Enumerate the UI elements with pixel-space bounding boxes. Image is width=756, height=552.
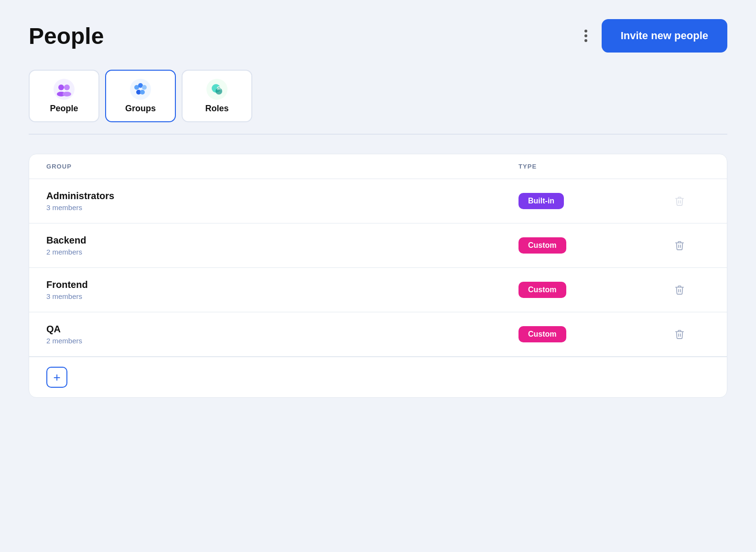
type-badge: Custom xyxy=(518,282,566,298)
group-name: Backend xyxy=(46,235,518,246)
group-members: 3 members xyxy=(46,292,518,300)
page-title: People xyxy=(29,23,104,49)
delete-button[interactable] xyxy=(671,326,688,342)
table-header: GROUP TYPE xyxy=(29,154,727,179)
table-row: QA 2 members Custom xyxy=(29,312,727,357)
tab-section: People Groups Q Roles xyxy=(29,70,727,135)
type-badge: Built-in xyxy=(518,193,564,209)
groups-table: GROUP TYPE Administrators 3 members Buil… xyxy=(29,154,727,398)
roles-icon: Q xyxy=(206,79,227,100)
tab-people[interactable]: People xyxy=(29,70,99,122)
svg-point-8 xyxy=(142,85,147,90)
type-cell: Custom xyxy=(518,282,671,298)
tab-roles[interactable]: Q Roles xyxy=(182,70,252,122)
svg-point-10 xyxy=(140,90,145,95)
add-group-row: + xyxy=(29,357,727,397)
table-row: Frontend 3 members Custom xyxy=(29,268,727,312)
groups-icon xyxy=(130,79,151,100)
actions-cell xyxy=(671,326,710,342)
delete-button[interactable] xyxy=(671,193,688,209)
column-header-group: GROUP xyxy=(46,163,518,170)
page-header: People Invite new people xyxy=(29,19,727,53)
invite-new-people-button[interactable]: Invite new people xyxy=(602,19,727,53)
actions-cell xyxy=(671,193,710,209)
actions-cell xyxy=(671,237,710,254)
column-header-type: TYPE xyxy=(518,163,671,170)
svg-point-4 xyxy=(63,92,71,96)
group-info: Frontend 3 members xyxy=(46,279,518,300)
actions-cell xyxy=(671,282,710,298)
svg-point-1 xyxy=(58,85,64,90)
header-actions: Invite new people xyxy=(580,19,727,53)
table-row: Backend 2 members Custom xyxy=(29,223,727,268)
tab-roles-label: Roles xyxy=(205,104,228,114)
trash-icon xyxy=(674,240,685,251)
people-icon xyxy=(54,79,75,100)
type-cell: Custom xyxy=(518,237,671,254)
table-row: Administrators 3 members Built-in xyxy=(29,179,727,223)
type-badge: Custom xyxy=(518,237,566,254)
delete-button[interactable] xyxy=(671,237,688,254)
group-info: Backend 2 members xyxy=(46,235,518,256)
group-info: Administrators 3 members xyxy=(46,191,518,212)
tab-people-label: People xyxy=(50,104,78,114)
tab-groups[interactable]: Groups xyxy=(105,70,176,122)
add-group-button[interactable]: + xyxy=(46,367,67,388)
trash-icon xyxy=(674,196,685,206)
trash-icon xyxy=(674,285,685,295)
trash-icon xyxy=(674,329,685,340)
svg-text:Q: Q xyxy=(217,86,220,91)
svg-point-2 xyxy=(64,85,70,90)
type-cell: Custom xyxy=(518,326,671,342)
type-badge: Custom xyxy=(518,326,566,342)
svg-point-0 xyxy=(54,79,75,100)
more-options-button[interactable] xyxy=(580,28,592,44)
group-name: Frontend xyxy=(46,279,518,290)
type-cell: Built-in xyxy=(518,193,671,209)
group-members: 3 members xyxy=(46,203,518,212)
delete-button[interactable] xyxy=(671,282,688,298)
group-name: QA xyxy=(46,324,518,335)
svg-point-5 xyxy=(130,79,151,100)
column-header-actions xyxy=(671,163,710,170)
tab-groups-label: Groups xyxy=(125,104,156,114)
group-members: 2 members xyxy=(46,248,518,256)
group-name: Administrators xyxy=(46,191,518,202)
group-members: 2 members xyxy=(46,337,518,345)
group-info: QA 2 members xyxy=(46,324,518,345)
